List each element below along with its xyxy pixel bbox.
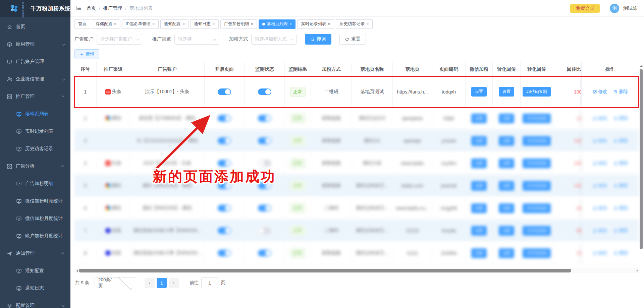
sidebar-item-account-month-stats[interactable]: 账户加粉月度统计: [0, 227, 70, 245]
sidebar-item-notify-config[interactable]: 通知配置: [0, 262, 70, 280]
edit-button[interactable]: 修改: [593, 228, 607, 234]
breadcrumb-home[interactable]: 首页: [87, 5, 96, 11]
edit-button[interactable]: 修改: [593, 250, 607, 256]
delete-button[interactable]: 删除: [613, 89, 628, 95]
tab[interactable]: 通知配置 ×: [160, 19, 189, 29]
page-toggle[interactable]: [218, 115, 231, 122]
tab-close-icon[interactable]: ×: [328, 22, 330, 26]
sidebar-item-realtime-records[interactable]: 实时记录列表: [0, 123, 70, 140]
sidebar-item-promotion[interactable]: 推广管理: [0, 88, 70, 105]
js-copy-button[interactable]: JS代码复制: [523, 114, 551, 123]
conversion-setting-button[interactable]: 设置: [499, 226, 514, 236]
wechat-setting-button[interactable]: 设置: [471, 181, 487, 191]
tab[interactable]: 存储配置 ×: [92, 19, 120, 29]
sidebar-item-notify-log[interactable]: 通知日志: [0, 280, 70, 297]
wechat-setting-button[interactable]: 设置: [471, 203, 487, 213]
tab-close-icon[interactable]: ×: [212, 22, 215, 26]
tab-close-icon[interactable]: ×: [114, 22, 117, 26]
conversion-setting-button[interactable]: 设置: [499, 203, 514, 213]
conversion-setting-button[interactable]: 设置: [499, 114, 514, 123]
scroll-right-icon[interactable]: [637, 269, 639, 272]
sidebar-item-landing-pages[interactable]: 落地页列表: [0, 105, 70, 123]
conversion-setting-button[interactable]: 设置: [499, 159, 514, 168]
monitor-toggle[interactable]: [258, 115, 271, 122]
sidebar-item-home[interactable]: 首页: [0, 18, 70, 36]
ad-account-select[interactable]: 请选择广告账户: [97, 34, 142, 45]
page-toggle[interactable]: [218, 227, 231, 234]
tab-close-icon[interactable]: ×: [366, 22, 369, 26]
breadcrumb-promotion[interactable]: 推广管理: [103, 5, 122, 11]
js-copy-button[interactable]: JS代码复制: [523, 159, 551, 168]
conversion-setting-button[interactable]: 设置: [499, 87, 514, 97]
delete-button[interactable]: 删除: [613, 183, 628, 189]
js-copy-button[interactable]: JS代码复制: [523, 181, 551, 191]
tab-close-icon[interactable]: ×: [152, 22, 155, 26]
monitor-toggle[interactable]: [258, 137, 271, 144]
js-copy-button[interactable]: JS代码复制: [523, 87, 551, 97]
wechat-setting-button[interactable]: 设置: [471, 248, 487, 258]
conversion-setting-button[interactable]: 设置: [499, 181, 514, 191]
wechat-setting-button[interactable]: 设置: [471, 226, 487, 236]
tab[interactable]: IP黑名单管理 ×: [122, 19, 159, 29]
tab[interactable]: 广告加粉明细 ×: [220, 19, 257, 29]
tab[interactable]: 首页 ×: [74, 19, 90, 29]
wechat-setting-button[interactable]: 设置: [471, 87, 487, 97]
js-copy-button[interactable]: JS代码复制: [523, 136, 551, 146]
conversion-setting-button[interactable]: 设置: [499, 136, 514, 146]
horizontal-scrollbar[interactable]: [74, 268, 640, 273]
sidebar-item-history-visitors[interactable]: 历史访客记录: [0, 140, 70, 158]
sidebar-item-wecom[interactable]: 企业微信管理: [0, 70, 70, 88]
horizontal-scrollbar-thumb[interactable]: [79, 269, 571, 272]
sidebar-item-ad-analysis[interactable]: 广告分析: [0, 158, 70, 175]
edit-button[interactable]: 修改: [593, 183, 607, 189]
search-button[interactable]: 搜索: [305, 34, 331, 45]
tab-close-icon[interactable]: ×: [251, 22, 254, 26]
tab[interactable]: 通知日志 ×: [190, 19, 219, 29]
method-select[interactable]: 请选择加粉方式: [251, 34, 297, 45]
vertical-scrollbar[interactable]: [639, 64, 643, 267]
sidebar-item-ad-accounts[interactable]: 广告账户管理: [0, 53, 70, 70]
js-copy-button[interactable]: JS代码复制: [523, 203, 551, 213]
edit-button[interactable]: 修改: [593, 89, 607, 95]
sidebar-item-wechat-month-stats[interactable]: 微信加粉月度统计: [0, 210, 70, 227]
monitor-toggle[interactable]: [258, 227, 271, 234]
add-button[interactable]: ＋ 新增: [74, 49, 99, 59]
tab-close-icon[interactable]: ×: [182, 22, 185, 26]
page-toggle[interactable]: [218, 137, 231, 144]
delete-button[interactable]: 删除: [613, 115, 628, 121]
scroll-up-icon[interactable]: [640, 64, 643, 67]
monitor-toggle[interactable]: [258, 205, 271, 211]
prev-page-button[interactable]: ‹: [145, 278, 155, 288]
delete-button[interactable]: 删除: [613, 228, 628, 234]
monitor-toggle[interactable]: [258, 88, 271, 95]
wechat-setting-button[interactable]: 设置: [471, 159, 487, 168]
tab[interactable]: 落地页列表 ×: [259, 19, 296, 29]
reset-button[interactable]: 重置: [339, 34, 366, 45]
page-toggle[interactable]: [218, 88, 231, 95]
monitor-toggle[interactable]: [258, 250, 271, 256]
page-size-select[interactable]: 200条/页: [95, 278, 137, 288]
edit-button[interactable]: 修改: [593, 160, 607, 166]
monitor-toggle[interactable]: [258, 160, 271, 167]
membership-badge[interactable]: 免费会员: [570, 4, 600, 13]
tab[interactable]: 实时记录列表 ×: [297, 19, 334, 29]
delete-button[interactable]: 删除: [613, 205, 628, 211]
sidebar-item-notifications[interactable]: 通知管理: [0, 245, 70, 262]
wechat-setting-button[interactable]: 设置: [471, 136, 487, 146]
delete-button[interactable]: 删除: [613, 138, 628, 144]
sidebar-item-config[interactable]: 配置管理: [0, 297, 70, 308]
scroll-left-icon[interactable]: [75, 269, 78, 272]
edit-button[interactable]: 修改: [593, 138, 607, 144]
sidebar-item-apps[interactable]: 应用管理: [0, 36, 70, 53]
avatar[interactable]: 测: [610, 4, 619, 13]
page-toggle[interactable]: [218, 250, 231, 256]
page-toggle[interactable]: [218, 160, 231, 167]
js-copy-button[interactable]: JS代码复制: [523, 248, 551, 258]
page-toggle[interactable]: [218, 205, 231, 211]
channel-select[interactable]: 请选择: [174, 34, 219, 45]
current-page-button[interactable]: 1: [157, 278, 167, 288]
tab-close-icon[interactable]: ×: [289, 22, 292, 26]
js-copy-button[interactable]: JS代码复制: [523, 226, 551, 236]
vertical-scrollbar-thumb[interactable]: [640, 69, 643, 249]
tab[interactable]: 历史访客记录 ×: [336, 19, 373, 29]
